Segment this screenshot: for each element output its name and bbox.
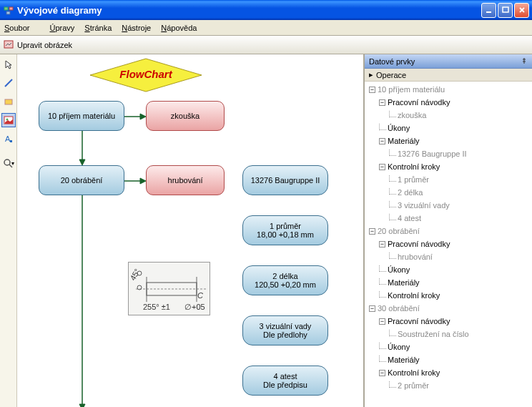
maximize-button[interactable] [498,3,513,18]
menu-tools[interactable]: Nástroje [122,24,151,32]
svg-marker-16 [79,160,85,165]
svg-text:C: C [197,291,203,300]
right-panel: Datové prvky ▸ Operace −10 příjem materi… [364,54,532,407]
arrow-10-20 [77,131,87,165]
edit-image-label[interactable]: Upravit obrázek [17,41,72,49]
tree-n20-hr[interactable]: hrubování [366,250,532,263]
menubar: Soubor Úpravy Stránka Nástroje Nápověda [0,20,532,36]
node-20[interactable]: 20 obrábění [39,165,124,195]
tree-n10-k1[interactable]: 1 průměr [366,173,532,186]
panel-header[interactable]: Datové prvky [365,54,532,69]
tree-n20-kk[interactable]: Kontrolní kroky [366,289,532,302]
technical-drawing[interactable]: 45° 255° ±1 ∅+05 C [128,262,210,315]
tree-n10-uk[interactable]: Úkony [366,122,532,134]
canvas[interactable]: FlowChart 10 příjem materiálu zkouška 20… [17,54,364,407]
svg-point-11 [4,160,10,165]
tree-n10-zk[interactable]: zkouška [366,109,532,122]
node-k3[interactable]: 3 vizuální vady Dle předlohy [242,315,328,345]
tree-n20[interactable]: −20 obrábění [366,225,532,237]
tree-n10-mat[interactable]: −Materiály [366,134,532,147]
tree-n10-k3[interactable]: 3 vizuální vady [366,199,532,212]
node-10[interactable]: 10 příjem materiálu [39,101,124,131]
node-k1[interactable]: 1 průměr 18,00 +0,18 mm [242,215,328,245]
svg-text:∅+05: ∅+05 [184,303,205,311]
tree-n10-pn[interactable]: −Pracovní návodky [366,96,532,109]
tool-image[interactable] [1,113,16,127]
arrow-20-down [77,195,87,407]
tree-n10[interactable]: −10 příjem materiálu [366,83,532,96]
svg-rect-0 [4,7,8,10]
tree-n30[interactable]: −30 obrábění [366,302,532,315]
svg-rect-3 [486,11,491,13]
arrow-10-test [124,112,146,122]
menu-help[interactable]: Nápověda [161,24,197,32]
svg-rect-4 [503,7,508,12]
tree-n30-so[interactable]: Soustružení na číslo [366,328,532,340]
flowchart-title-shape[interactable]: FlowChart [89,57,203,93]
tree-n20-pn[interactable]: −Pracovní návodky [366,237,532,250]
close-button[interactable] [514,3,529,18]
node-20-op[interactable]: hrubování [146,165,225,195]
tree-n30-mat[interactable]: Materiály [366,353,532,366]
app-icon [3,4,14,16]
tree-n30-kk[interactable]: −Kontrolní kroky [366,366,532,379]
svg-marker-20 [79,404,85,407]
minimize-button[interactable] [481,3,496,18]
svg-rect-10 [10,140,12,142]
toolbar: Upravit obrázek [0,36,532,54]
menu-page[interactable]: Stránka [84,24,112,32]
svg-rect-6 [5,99,12,104]
svg-text:255° ±1: 255° ±1 [143,303,170,311]
tree-n10-kk[interactable]: −Kontrolní kroky [366,160,532,173]
svg-rect-1 [9,7,13,10]
svg-rect-2 [6,11,10,14]
tree-n20-uk[interactable]: Úkony [366,263,532,276]
pin-icon[interactable] [521,57,528,66]
menu-edit[interactable]: Úpravy [49,24,74,32]
tool-line[interactable] [1,76,16,90]
operations-header[interactable]: ▸ Operace [365,69,532,82]
tool-zoom[interactable]: ▾ [1,156,16,170]
tree-n20-mat[interactable]: Materiály [366,276,532,289]
tree-n10-k2[interactable]: 2 délka [366,186,532,199]
left-toolbox: A ▾ [0,54,17,407]
node-10-test[interactable]: zkouška [146,101,225,131]
tool-pointer[interactable] [1,57,16,72]
node-material[interactable]: 13276 Baugruppe II [242,165,328,195]
edit-image-icon[interactable] [3,39,14,51]
svg-text:A: A [5,134,11,143]
svg-marker-14 [140,114,146,119]
arrow-20-op [124,176,146,186]
flowchart-title: FlowChart [89,68,203,80]
tool-rect[interactable] [1,94,16,109]
tree: −10 příjem materiálu −Pracovní návodky z… [365,82,532,407]
tree-n30-pn[interactable]: −Pracovní návodky [366,315,532,328]
menu-file[interactable]: Soubor [4,24,39,32]
tree-n10-mat1[interactable]: 13276 Baugruppe II [366,147,532,160]
tree-n30-k2[interactable]: 2 průměr [366,379,532,392]
tree-n10-k4[interactable]: 4 atest [366,212,532,225]
titlebar: Vývojové diagramy [0,0,532,20]
node-k2[interactable]: 2 délka 120,50 +0,20 mm [242,265,328,295]
node-k4[interactable]: 4 atest Dle předpisu [242,366,328,396]
tree-n30-uk[interactable]: Úkony [366,340,532,353]
row-indicator-icon: ▸ [369,70,373,79]
window-title: Vývojové diagramy [17,5,480,16]
tool-text[interactable]: A [1,132,16,146]
svg-marker-18 [140,178,146,184]
